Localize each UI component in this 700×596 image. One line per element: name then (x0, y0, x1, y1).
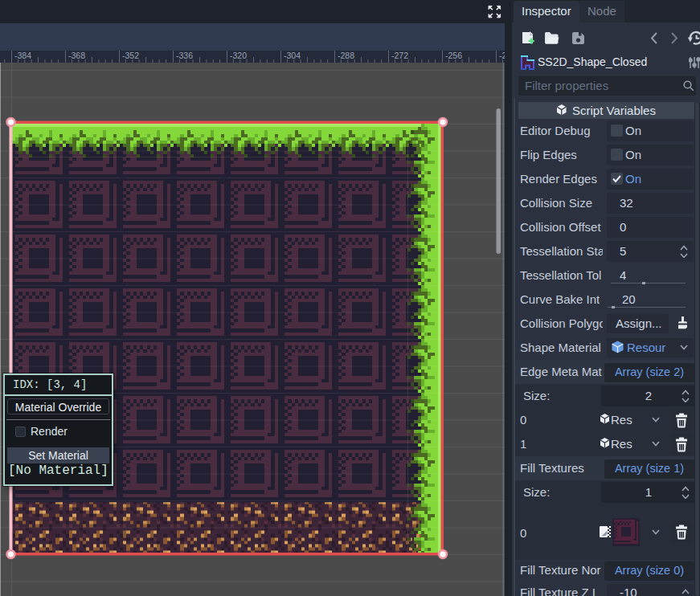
svg-text:-368: -368 (68, 51, 85, 60)
svg-text:-240: -240 (499, 51, 505, 60)
svg-text:-352: -352 (122, 51, 139, 60)
svg-text:-288: -288 (338, 51, 354, 60)
svg-text:-272: -272 (391, 51, 408, 60)
svg-text:-304: -304 (284, 51, 301, 60)
svg-text:-336: -336 (176, 51, 193, 60)
svg-text:-384: -384 (14, 51, 31, 60)
svg-text:-256: -256 (445, 51, 462, 60)
svg-text:-320: -320 (230, 51, 247, 60)
